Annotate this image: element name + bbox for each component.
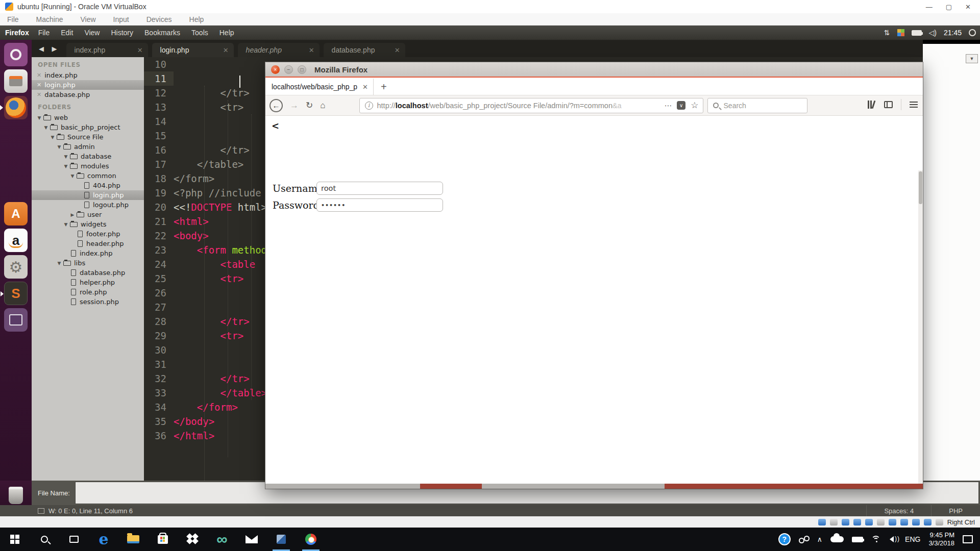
cd-status-icon[interactable] bbox=[830, 519, 838, 525]
taskbar-search-icon[interactable] bbox=[30, 528, 59, 551]
open-file-login.php[interactable]: ✕login.php bbox=[32, 80, 144, 90]
tree-expand-arrow[interactable]: ▼ bbox=[70, 173, 75, 179]
tree-expand-arrow[interactable]: ▼ bbox=[43, 125, 48, 130]
window-maximize-button[interactable]: □ bbox=[298, 65, 306, 74]
username-field[interactable] bbox=[316, 182, 443, 195]
chrome-icon[interactable] bbox=[296, 528, 326, 551]
tree-item-404.php[interactable]: 404.php bbox=[32, 181, 144, 190]
taskbar-volume-icon[interactable] bbox=[890, 536, 894, 542]
tree-item-role.php[interactable]: role.php bbox=[32, 287, 144, 297]
tree-item-footer.php[interactable]: footer.php bbox=[32, 229, 144, 239]
firefox-menu-tools[interactable]: Tools bbox=[191, 29, 208, 37]
sublime-text-icon[interactable]: S bbox=[4, 282, 28, 305]
firefox-menu-help[interactable]: Help bbox=[219, 29, 234, 37]
firefox-menu-bookmarks[interactable]: Bookmarks bbox=[144, 29, 180, 37]
tree-expand-arrow[interactable]: ▼ bbox=[57, 144, 62, 149]
windows-status-icon[interactable] bbox=[900, 519, 908, 525]
tree-item-libs[interactable]: ▼libs bbox=[32, 258, 144, 268]
tree-item-index.php[interactable]: index.php bbox=[32, 248, 144, 258]
tree-item-logout.php[interactable]: logout.php bbox=[32, 200, 144, 210]
new-tab-button[interactable]: + bbox=[381, 81, 387, 93]
library-icon[interactable] bbox=[868, 101, 876, 109]
help-tray-icon[interactable]: ? bbox=[778, 533, 791, 545]
tree-item-database.php[interactable]: database.php bbox=[32, 268, 144, 278]
network-arrows-icon[interactable]: ⇅ bbox=[884, 29, 890, 37]
virtualbox-icon[interactable] bbox=[266, 528, 296, 551]
cpu-status-icon[interactable] bbox=[912, 519, 920, 525]
tree-item-helper.php[interactable]: helper.php bbox=[32, 278, 144, 287]
editor-tab-index.php[interactable]: index.php✕ bbox=[66, 43, 148, 57]
status-spaces[interactable]: Spaces: 4 bbox=[866, 505, 931, 516]
wifi-icon[interactable] bbox=[871, 536, 881, 543]
vbox-tray-icon[interactable] bbox=[897, 29, 904, 36]
editor-tab-login.php[interactable]: login.php✕ bbox=[152, 43, 234, 57]
trash-icon[interactable] bbox=[4, 484, 28, 507]
terminal-icon[interactable] bbox=[4, 308, 28, 332]
files-icon[interactable] bbox=[4, 69, 28, 93]
pocket-icon[interactable]: ∨ bbox=[677, 101, 685, 110]
page-scrollbar[interactable] bbox=[918, 170, 923, 484]
screen-status-icon[interactable] bbox=[889, 519, 896, 525]
tree-item-Source File[interactable]: ▼Source File bbox=[32, 132, 144, 142]
hdd-status-icon[interactable] bbox=[818, 519, 826, 525]
battery-icon[interactable] bbox=[912, 30, 922, 36]
tree-item-common[interactable]: ▼common bbox=[32, 171, 144, 181]
volume-icon[interactable]: ◁) bbox=[929, 29, 937, 37]
vbox-menu-view[interactable]: View bbox=[80, 15, 95, 23]
tree-item-user[interactable]: ▶user bbox=[32, 210, 144, 219]
onedrive-icon[interactable] bbox=[830, 536, 844, 542]
dropbox-icon[interactable] bbox=[178, 528, 207, 551]
tab-close-icon[interactable]: ✕ bbox=[223, 46, 229, 54]
tree-expand-arrow[interactable]: ▼ bbox=[63, 164, 68, 169]
tree-expand-arrow[interactable]: ▼ bbox=[57, 261, 62, 266]
tree-item-database[interactable]: ▼database bbox=[32, 152, 144, 161]
tree-item-login.php[interactable]: login.php bbox=[32, 190, 144, 200]
vbox-menu-input[interactable]: Input bbox=[113, 15, 129, 23]
panel-clock[interactable]: 21:45 bbox=[944, 29, 962, 37]
password-field[interactable] bbox=[316, 198, 443, 212]
infinity-app-icon[interactable]: ∞ bbox=[207, 528, 237, 551]
start-button[interactable] bbox=[0, 528, 30, 551]
vbox-menu-file[interactable]: File bbox=[7, 15, 19, 23]
firefox-titlebar[interactable]: × − □ Mozilla Firefox bbox=[265, 62, 923, 78]
editor-tab-header.php[interactable]: header.php✕ bbox=[238, 43, 320, 57]
sidebar-toggle-icon[interactable] bbox=[884, 101, 893, 108]
reload-button[interactable]: ↻ bbox=[306, 100, 313, 111]
editor-tab-database.php[interactable]: database.php✕ bbox=[324, 43, 405, 57]
ubuntu-software-icon[interactable]: A bbox=[4, 202, 28, 226]
tree-item-header.php[interactable]: header.php bbox=[32, 239, 144, 248]
tree-item-modules[interactable]: ▼modules bbox=[32, 161, 144, 171]
dropdown-arrow-button[interactable]: ▼ bbox=[966, 54, 978, 63]
tree-item-web[interactable]: ▼web bbox=[32, 113, 144, 122]
minimize-button[interactable]: — bbox=[926, 3, 933, 11]
session-gear-icon[interactable] bbox=[969, 29, 976, 36]
tree-expand-arrow[interactable]: ▼ bbox=[63, 154, 68, 159]
firefox-menu-history[interactable]: History bbox=[111, 29, 133, 37]
tab-close-icon[interactable]: ✕ bbox=[309, 46, 314, 54]
vbox-menu-help[interactable]: Help bbox=[189, 15, 204, 23]
tree-expand-arrow[interactable]: ▼ bbox=[63, 222, 68, 227]
microsoft-store-icon[interactable] bbox=[148, 528, 178, 551]
vbox-menu-devices[interactable]: Devices bbox=[146, 15, 172, 23]
status-syntax[interactable]: PHP bbox=[931, 505, 980, 516]
search-input[interactable] bbox=[724, 102, 795, 110]
browser-tab[interactable]: localhost/web/basic_php_p ✕ bbox=[265, 79, 374, 95]
language-indicator[interactable]: ENG bbox=[905, 535, 920, 543]
action-center-icon[interactable] bbox=[963, 535, 973, 543]
vbox-menu-machine[interactable]: Machine bbox=[36, 15, 63, 23]
page-info-icon[interactable]: i bbox=[365, 102, 373, 110]
file-explorer-icon[interactable] bbox=[118, 528, 148, 551]
audio-status-icon[interactable] bbox=[842, 519, 849, 525]
ubuntu-dash-icon[interactable] bbox=[4, 43, 28, 66]
display-status-icon[interactable] bbox=[853, 519, 861, 525]
libreoffice-calc-icon[interactable] bbox=[4, 149, 28, 172]
edge-icon[interactable]: e bbox=[89, 528, 118, 551]
tree-item-basic_php_project[interactable]: ▼basic_php_project bbox=[32, 122, 144, 132]
tree-expand-arrow[interactable]: ▶ bbox=[70, 212, 75, 217]
tree-item-admin[interactable]: ▼admin bbox=[32, 142, 144, 152]
open-file-index.php[interactable]: ✕index.php bbox=[32, 70, 144, 80]
firefox-launcher-icon[interactable] bbox=[4, 96, 28, 119]
mouse-capture-icon[interactable] bbox=[936, 519, 943, 525]
page-back-char[interactable]: < bbox=[272, 120, 279, 131]
mail-icon[interactable] bbox=[237, 528, 266, 551]
